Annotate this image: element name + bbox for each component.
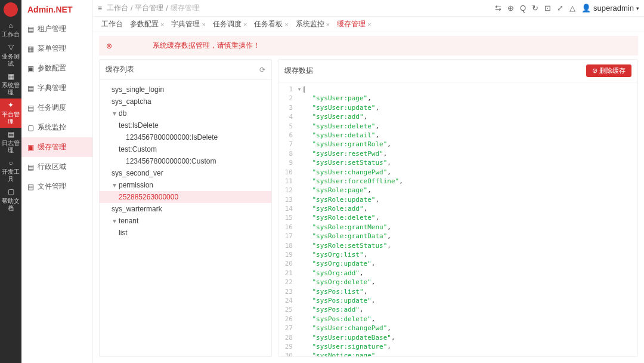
warning-text: 系统缓存数据管理，请慎重操作！ (153, 41, 260, 51)
sidebar-icon: ▣ (27, 64, 34, 73)
sidebar-item-0[interactable]: ▤租户管理 (21, 19, 92, 39)
crumb-a[interactable]: 工作台 (107, 3, 128, 13)
breadcrumb-bar: ≡ 工作台 / 平台管理 / 缓存管理 ⇆⊕Q↻⊡⤢△👤 superadmin … (93, 0, 644, 17)
toolbar-icon-5[interactable]: ⤢ (557, 4, 564, 13)
sidebar-icon: ▤ (27, 25, 34, 33)
tab-0[interactable]: 工作台 (98, 17, 126, 31)
crumb-c: 缓存管理 (171, 3, 199, 13)
close-icon[interactable]: × (160, 21, 164, 28)
toolbar-icon-0[interactable]: ⇆ (495, 4, 501, 13)
rail-item-0[interactable]: ⌂工作台 (0, 19, 21, 41)
tab-6[interactable]: 缓存管理× (333, 17, 374, 31)
avatar-icon: 👤 (581, 4, 591, 13)
close-icon[interactable]: × (284, 21, 288, 28)
sidebar-icon: ▤ (27, 104, 34, 112)
tree-node[interactable]: ▾permission (100, 179, 271, 191)
sidebar-item-1[interactable]: ▦菜单管理 (21, 39, 92, 59)
sidebar-icon: ▤ (27, 163, 34, 171)
tree-node[interactable]: test:IsDelete (100, 119, 271, 131)
sidebar-icon: ▣ (27, 143, 34, 152)
tree-node[interactable]: sys_second_ver (100, 167, 271, 179)
rail-item-2[interactable]: ▦系统管理 (0, 70, 21, 99)
close-icon[interactable]: × (367, 21, 371, 28)
warning-banner: ⊗ 系统缓存数据管理，请慎重操作！ (99, 36, 638, 56)
sidebar-item-6[interactable]: ▣缓存管理 (21, 137, 92, 157)
brand: Admin.NET (21, 0, 92, 19)
rail-item-4[interactable]: ▤日志管理 (0, 128, 21, 156)
sidebar-item-7[interactable]: ▤行政区域 (21, 157, 92, 177)
toolbar-icon-2[interactable]: Q (520, 4, 526, 13)
left-rail: ⌂工作台▽业务测试▦系统管理✦平台管理▤日志管理○开发工具▢帮助文档 (0, 0, 21, 363)
sidebar-icon: ▤ (27, 84, 34, 93)
tree-node[interactable]: sys_single_login (100, 84, 271, 96)
tree-node[interactable]: ▾db (100, 107, 271, 119)
close-icon[interactable]: × (202, 21, 205, 28)
warning-icon: ⊗ (106, 42, 112, 50)
rail-item-6[interactable]: ▢帮助文档 (0, 185, 21, 214)
tab-2[interactable]: 字典管理× (168, 17, 209, 31)
tree-node[interactable]: sys_captcha (100, 96, 271, 107)
tree-node[interactable]: 1234567800000000:Custom (100, 155, 271, 167)
sidebar-item-8[interactable]: ▤文件管理 (21, 177, 92, 196)
sidebar-item-3[interactable]: ▤字典管理 (21, 78, 92, 98)
code-editor[interactable]: 1234567891011121314151617181920212223242… (278, 82, 637, 356)
tree-node[interactable]: 1234567800000000:IsDelete (100, 131, 271, 143)
toolbar-icon-6[interactable]: △ (569, 4, 575, 13)
cache-data-title: 缓存数据 (284, 66, 313, 76)
tree-node[interactable]: test:Custom (100, 143, 271, 155)
sidebar-icon: ▦ (27, 45, 34, 53)
refresh-icon[interactable]: ⟳ (259, 66, 265, 74)
delete-cache-button[interactable]: ⊘ 删除缓存 (586, 64, 631, 77)
tab-3[interactable]: 任务调度× (209, 17, 250, 31)
toolbar-icon-1[interactable]: ⊕ (507, 4, 514, 13)
rail-item-1[interactable]: ▽业务测试 (0, 41, 21, 69)
toolbar-icon-4[interactable]: ⊡ (544, 4, 551, 13)
app-logo (4, 2, 18, 17)
sidebar-item-5[interactable]: ▢系统监控 (21, 118, 92, 137)
sidebar: Admin.NET ▤租户管理▦菜单管理▣参数配置▤字典管理▤任务调度▢系统监控… (21, 0, 93, 363)
main: ≡ 工作台 / 平台管理 / 缓存管理 ⇆⊕Q↻⊡⤢△👤 superadmin … (93, 0, 644, 363)
cache-list-title: 缓存列表 (106, 64, 134, 75)
menu-toggle-icon[interactable]: ≡ (98, 4, 102, 13)
sidebar-item-4[interactable]: ▤任务调度 (21, 98, 92, 118)
cache-list-card: 缓存列表 ⟳ sys_single_loginsys_captcha▾dbtes… (99, 59, 272, 357)
sidebar-icon: ▤ (27, 183, 34, 191)
close-icon[interactable]: × (243, 21, 247, 28)
tab-5[interactable]: 系统监控× (292, 17, 333, 31)
tab-4[interactable]: 任务看板× (250, 17, 292, 31)
tree-node[interactable]: sys_wartermark (100, 203, 271, 215)
cache-tree: sys_single_loginsys_captcha▾dbtest:IsDel… (100, 80, 271, 356)
crumb-b[interactable]: 平台管理 (135, 3, 163, 13)
sidebar-item-2[interactable]: ▣参数配置 (21, 59, 92, 78)
sidebar-icon: ▢ (27, 124, 34, 132)
tabs: 工作台参数配置×字典管理×任务调度×任务看板×系统监控×缓存管理× (93, 17, 644, 32)
tree-node[interactable]: 252885263000000 (100, 191, 271, 203)
rail-item-3[interactable]: ✦平台管理 (0, 99, 21, 127)
tree-node[interactable]: ▾tenant (100, 215, 271, 227)
close-icon[interactable]: × (326, 21, 330, 28)
rail-item-5[interactable]: ○开发工具 (0, 156, 21, 185)
tab-1[interactable]: 参数配置× (126, 17, 168, 31)
tree-node[interactable]: list (100, 227, 271, 239)
toolbar-icon-3[interactable]: ↻ (532, 4, 538, 13)
cache-data-card: 缓存数据 ⊘ 删除缓存 1234567891011121314151617181… (278, 59, 638, 357)
user-menu[interactable]: 👤 superadmin ▾ (581, 4, 639, 13)
